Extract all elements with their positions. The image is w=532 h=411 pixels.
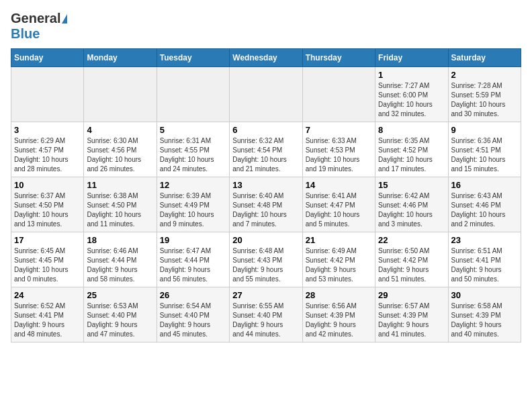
- day-info: Sunrise: 6:40 AMSunset: 4:48 PMDaylight:…: [232, 191, 299, 229]
- day-info: Sunrise: 6:58 AMSunset: 4:39 PMDaylight:…: [451, 302, 518, 339]
- day-number: 8: [378, 125, 445, 135]
- day-number: 23: [451, 235, 518, 245]
- day-info: Sunrise: 6:45 AMSunset: 4:45 PMDaylight:…: [14, 246, 81, 284]
- weekday-header-friday: Friday: [375, 49, 448, 67]
- day-info: Sunrise: 6:38 AMSunset: 4:50 PMDaylight:…: [87, 191, 153, 229]
- calendar-cell: 6Sunrise: 6:32 AMSunset: 4:54 PMDaylight…: [230, 122, 302, 177]
- calendar-cell: 27Sunrise: 6:55 AMSunset: 4:40 PMDayligh…: [230, 287, 302, 342]
- day-info: Sunrise: 6:46 AMSunset: 4:44 PMDaylight:…: [87, 246, 153, 284]
- day-number: 2: [451, 70, 518, 80]
- day-info: Sunrise: 6:50 AMSunset: 4:42 PMDaylight:…: [378, 246, 445, 284]
- weekday-header-sunday: Sunday: [11, 49, 84, 67]
- day-number: 16: [451, 180, 518, 190]
- day-info: Sunrise: 6:35 AMSunset: 4:52 PMDaylight:…: [378, 136, 445, 174]
- day-info: Sunrise: 7:28 AMSunset: 5:59 PMDaylight:…: [451, 81, 518, 119]
- day-number: 20: [232, 235, 299, 245]
- calendar-cell: 11Sunrise: 6:38 AMSunset: 4:50 PMDayligh…: [84, 177, 157, 232]
- day-number: 19: [160, 235, 226, 245]
- calendar-cell: 30Sunrise: 6:58 AMSunset: 4:39 PMDayligh…: [448, 287, 521, 342]
- day-number: 27: [232, 290, 299, 300]
- day-number: 15: [378, 180, 445, 190]
- day-number: 4: [87, 125, 153, 135]
- calendar-cell: 14Sunrise: 6:41 AMSunset: 4:47 PMDayligh…: [302, 177, 375, 232]
- calendar-cell: 16Sunrise: 6:43 AMSunset: 4:46 PMDayligh…: [448, 177, 521, 232]
- day-info: Sunrise: 6:30 AMSunset: 4:56 PMDaylight:…: [87, 136, 153, 174]
- day-number: 6: [232, 125, 299, 135]
- weekday-header-tuesday: Tuesday: [157, 49, 229, 67]
- calendar-header: SundayMondayTuesdayWednesdayThursdayFrid…: [11, 49, 521, 67]
- calendar-cell: 4Sunrise: 6:30 AMSunset: 4:56 PMDaylight…: [84, 122, 157, 177]
- calendar-cell: 8Sunrise: 6:35 AMSunset: 4:52 PMDaylight…: [375, 122, 448, 177]
- logo-general: General: [11, 11, 60, 26]
- page-header: General Blue: [11, 11, 521, 42]
- calendar-week-5: 24Sunrise: 6:52 AMSunset: 4:41 PMDayligh…: [11, 287, 521, 342]
- calendar-week-2: 3Sunrise: 6:29 AMSunset: 4:57 PMDaylight…: [11, 122, 521, 177]
- weekday-header-monday: Monday: [84, 49, 157, 67]
- day-info: Sunrise: 6:43 AMSunset: 4:46 PMDaylight:…: [451, 191, 518, 229]
- calendar-cell: 3Sunrise: 6:29 AMSunset: 4:57 PMDaylight…: [11, 122, 84, 177]
- day-number: 14: [306, 180, 372, 190]
- day-number: 11: [87, 180, 153, 190]
- calendar-cell: 20Sunrise: 6:48 AMSunset: 4:43 PMDayligh…: [230, 232, 302, 287]
- weekday-header-row: SundayMondayTuesdayWednesdayThursdayFrid…: [11, 49, 521, 67]
- calendar-cell: 23Sunrise: 6:51 AMSunset: 4:41 PMDayligh…: [448, 232, 521, 287]
- weekday-header-wednesday: Wednesday: [230, 49, 302, 67]
- day-number: 28: [306, 290, 372, 300]
- day-number: 24: [14, 290, 81, 300]
- day-number: 9: [451, 125, 518, 135]
- calendar-cell: 13Sunrise: 6:40 AMSunset: 4:48 PMDayligh…: [230, 177, 302, 232]
- logo-triangle-icon: [62, 14, 67, 24]
- day-info: Sunrise: 6:48 AMSunset: 4:43 PMDaylight:…: [232, 246, 299, 284]
- calendar-week-1: 1Sunrise: 7:27 AMSunset: 6:00 PMDaylight…: [11, 67, 521, 122]
- day-info: Sunrise: 6:56 AMSunset: 4:39 PMDaylight:…: [306, 302, 372, 339]
- calendar-cell: [157, 67, 229, 122]
- calendar-cell: 22Sunrise: 6:50 AMSunset: 4:42 PMDayligh…: [375, 232, 448, 287]
- calendar-cell: 21Sunrise: 6:49 AMSunset: 4:42 PMDayligh…: [302, 232, 375, 287]
- calendar-week-4: 17Sunrise: 6:45 AMSunset: 4:45 PMDayligh…: [11, 232, 521, 287]
- calendar-cell: 12Sunrise: 6:39 AMSunset: 4:49 PMDayligh…: [157, 177, 229, 232]
- day-number: 13: [232, 180, 299, 190]
- day-info: Sunrise: 6:37 AMSunset: 4:50 PMDaylight:…: [14, 191, 81, 229]
- logo: General Blue: [11, 11, 67, 42]
- calendar-cell: 17Sunrise: 6:45 AMSunset: 4:45 PMDayligh…: [11, 232, 84, 287]
- weekday-header-thursday: Thursday: [302, 49, 375, 67]
- day-info: Sunrise: 6:57 AMSunset: 4:39 PMDaylight:…: [378, 302, 445, 339]
- day-number: 3: [14, 125, 81, 135]
- calendar-cell: 29Sunrise: 6:57 AMSunset: 4:39 PMDayligh…: [375, 287, 448, 342]
- day-info: Sunrise: 6:54 AMSunset: 4:40 PMDaylight:…: [160, 302, 226, 339]
- day-number: 21: [306, 235, 372, 245]
- day-number: 1: [378, 70, 445, 80]
- calendar-cell: [302, 67, 375, 122]
- calendar-cell: 5Sunrise: 6:31 AMSunset: 4:55 PMDaylight…: [157, 122, 229, 177]
- day-info: Sunrise: 6:31 AMSunset: 4:55 PMDaylight:…: [160, 136, 226, 174]
- calendar-cell: 19Sunrise: 6:47 AMSunset: 4:44 PMDayligh…: [157, 232, 229, 287]
- logo-blue: Blue: [11, 26, 40, 42]
- calendar-cell: 28Sunrise: 6:56 AMSunset: 4:39 PMDayligh…: [302, 287, 375, 342]
- day-number: 26: [160, 290, 226, 300]
- calendar-cell: 24Sunrise: 6:52 AMSunset: 4:41 PMDayligh…: [11, 287, 84, 342]
- day-number: 12: [160, 180, 226, 190]
- day-number: 29: [378, 290, 445, 300]
- day-info: Sunrise: 6:49 AMSunset: 4:42 PMDaylight:…: [306, 246, 372, 284]
- day-info: Sunrise: 6:47 AMSunset: 4:44 PMDaylight:…: [160, 246, 226, 284]
- calendar-week-3: 10Sunrise: 6:37 AMSunset: 4:50 PMDayligh…: [11, 177, 521, 232]
- calendar-cell: 26Sunrise: 6:54 AMSunset: 4:40 PMDayligh…: [157, 287, 229, 342]
- day-info: Sunrise: 6:41 AMSunset: 4:47 PMDaylight:…: [306, 191, 372, 229]
- day-info: Sunrise: 6:52 AMSunset: 4:41 PMDaylight:…: [14, 302, 81, 339]
- day-info: Sunrise: 6:53 AMSunset: 4:40 PMDaylight:…: [87, 302, 153, 339]
- calendar-cell: [11, 67, 84, 122]
- calendar-table: SundayMondayTuesdayWednesdayThursdayFrid…: [11, 48, 521, 342]
- day-number: 30: [451, 290, 518, 300]
- calendar-cell: 15Sunrise: 6:42 AMSunset: 4:46 PMDayligh…: [375, 177, 448, 232]
- day-info: Sunrise: 6:51 AMSunset: 4:41 PMDaylight:…: [451, 246, 518, 284]
- day-number: 5: [160, 125, 226, 135]
- calendar-cell: 18Sunrise: 6:46 AMSunset: 4:44 PMDayligh…: [84, 232, 157, 287]
- calendar-cell: 9Sunrise: 6:36 AMSunset: 4:51 PMDaylight…: [448, 122, 521, 177]
- day-info: Sunrise: 6:39 AMSunset: 4:49 PMDaylight:…: [160, 191, 226, 229]
- day-info: Sunrise: 6:36 AMSunset: 4:51 PMDaylight:…: [451, 136, 518, 174]
- day-info: Sunrise: 6:29 AMSunset: 4:57 PMDaylight:…: [14, 136, 81, 174]
- day-number: 22: [378, 235, 445, 245]
- day-info: Sunrise: 7:27 AMSunset: 6:00 PMDaylight:…: [378, 81, 445, 119]
- calendar-cell: 25Sunrise: 6:53 AMSunset: 4:40 PMDayligh…: [84, 287, 157, 342]
- day-number: 25: [87, 290, 153, 300]
